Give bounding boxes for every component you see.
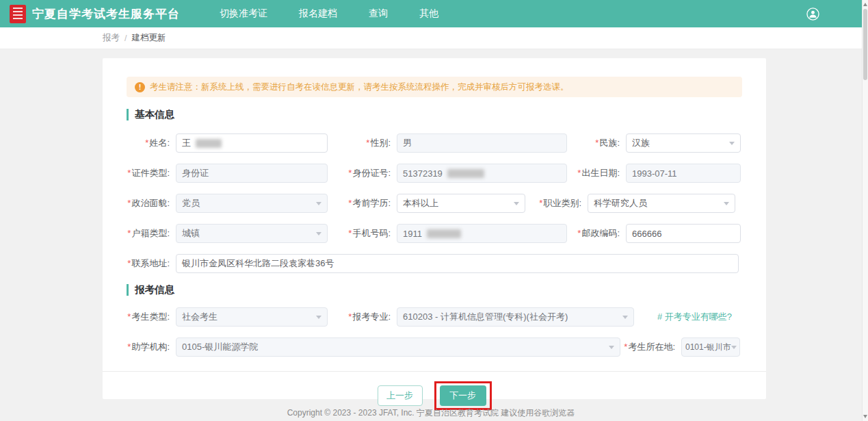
chevron-down-icon	[622, 316, 628, 319]
form-row-4: *户籍类型: 城镇 *手机号码: 1911 *邮政编码: 666666	[127, 224, 742, 243]
scrollbar-thumb[interactable]	[863, 9, 867, 80]
location-label: *考生所在地:	[620, 337, 675, 357]
breadcrumb-parent[interactable]: 报考	[103, 32, 120, 44]
candidate-type-select: 社会考生	[176, 307, 328, 327]
copyright-footer: Copyright © 2023 - 2023 JFAT, Inc. 宁夏自治区…	[0, 407, 862, 419]
vertical-scrollbar[interactable]	[862, 0, 868, 421]
scroll-up-arrow-icon[interactable]	[863, 3, 867, 6]
prev-step-button[interactable]: 上一步	[378, 385, 423, 406]
birth-date-label: *出生日期:	[567, 164, 620, 183]
mobile-label: *手机号码:	[328, 224, 391, 243]
chevron-down-icon	[729, 142, 735, 145]
gender-label: *性别:	[328, 133, 391, 153]
main-nav: 切换准考证 报名建档 查询 其他	[220, 8, 470, 20]
location-select: 0101-银川市	[681, 337, 740, 357]
nav-item-switch-ticket[interactable]: 切换准考证	[220, 8, 267, 20]
id-number-label: *身份证号:	[328, 164, 391, 183]
ethnicity-label: *民族:	[567, 133, 620, 153]
institution-label: *助学机构:	[127, 337, 170, 357]
breadcrumb-current: 建档更新	[131, 32, 166, 44]
chevron-down-icon	[514, 202, 519, 205]
institution-select: 0105-银川能源学院	[176, 337, 620, 357]
scroll-down-arrow-icon[interactable]	[863, 415, 867, 418]
chevron-down-icon	[316, 202, 321, 205]
id-type-label: *证件类型:	[127, 164, 170, 183]
user-avatar-icon[interactable]	[806, 8, 819, 21]
platform-title: 宁夏自学考试考生服务平台	[32, 6, 180, 22]
form-row-3: *政治面貌: 党员 *考前学历: 本科以上 *职业类别: 科学研究人员	[127, 194, 742, 213]
main-card: ! 考生请注意：新系统上线，需要进行自考在读信息更新，请考生按系统流程操作，完成…	[103, 58, 766, 399]
political-select: 党员	[176, 194, 328, 213]
next-button-highlight-annotation: 下一步	[434, 381, 492, 410]
chevron-down-icon	[724, 202, 729, 205]
pre-education-select[interactable]: 本科以上	[397, 194, 525, 213]
notice-banner: ! 考生请注意：新系统上线，需要进行自考在读信息更新，请考生按系统流程操作，完成…	[127, 77, 742, 97]
birth-date-input: 1993-07-11	[626, 164, 741, 183]
postal-code-label: *邮政编码:	[567, 224, 620, 243]
chevron-down-icon	[316, 316, 321, 319]
redaction-blur	[196, 139, 222, 148]
form-row-2: *证件类型: 身份证 *身份证号: 51372319 *出生日期: 1993-0…	[127, 164, 742, 183]
major-select: 610203 - 计算机信息管理(专科)(社会开考)	[397, 307, 634, 327]
address-label: *联系地址:	[127, 254, 170, 273]
section-title-basic: 基本信息	[127, 109, 742, 120]
address-input[interactable]: 银川市金凤区科华北路二段袁家巷36号	[176, 254, 739, 273]
warning-icon: !	[135, 82, 145, 92]
next-step-button[interactable]: 下一步	[440, 385, 486, 406]
footer-divider	[103, 371, 766, 372]
ethnicity-select[interactable]: 汉族	[626, 133, 741, 153]
name-input[interactable]: 王	[176, 133, 328, 153]
top-bar: 宁夏自学考试考生服务平台 切换准考证 报名建档 查询 其他	[0, 0, 862, 27]
breadcrumb-separator: /	[124, 34, 127, 43]
form-row-1: *姓名: 王 *性别: 男 *民族: 汉族	[127, 133, 742, 153]
pre-education-label: *考前学历:	[328, 194, 391, 213]
id-type-input: 身份证	[176, 164, 328, 183]
section-title-apply: 报考信息	[127, 284, 742, 296]
household-label: *户籍类型:	[127, 224, 170, 243]
chevron-down-icon	[731, 346, 737, 349]
form-row-5: *联系地址: 银川市金凤区科华北路二段袁家巷36号	[127, 254, 742, 273]
chevron-down-icon	[316, 232, 321, 235]
occupation-select[interactable]: 科学研究人员	[588, 194, 735, 213]
breadcrumb: 报考 / 建档更新	[0, 27, 862, 49]
political-label: *政治面貌:	[127, 194, 170, 213]
chevron-down-icon	[609, 346, 614, 349]
mobile-input: 1911	[397, 224, 567, 243]
postal-code-input[interactable]: 666666	[626, 224, 741, 243]
redaction-blur	[427, 229, 461, 238]
redaction-blur	[447, 169, 484, 178]
notice-text: 考生请注意：新系统上线，需要进行自考在读信息更新，请考生按系统流程操作，完成并审…	[150, 81, 569, 93]
nav-item-registration[interactable]: 报名建档	[299, 8, 337, 20]
button-row: 上一步 下一步	[127, 381, 742, 410]
name-label: *姓名:	[127, 133, 170, 153]
candidate-type-label: *考生类型:	[127, 307, 170, 327]
occupation-label: *职业类别:	[525, 194, 581, 213]
nav-item-other[interactable]: 其他	[419, 8, 438, 20]
form-row-6: *考生类型: 社会考生 *报考专业: 610203 - 计算机信息管理(专科)(…	[127, 307, 742, 327]
nav-item-query[interactable]: 查询	[369, 8, 388, 20]
major-label: *报考专业:	[328, 307, 391, 327]
gender-input: 男	[397, 133, 567, 153]
id-number-input: 51372319	[397, 164, 567, 183]
open-majors-link[interactable]: # 开考专业有哪些?	[657, 311, 732, 323]
platform-logo-seal-icon	[10, 5, 26, 23]
household-select: 城镇	[176, 224, 328, 243]
form-row-7: *助学机构: 0105-银川能源学院 *考生所在地: 0101-银川市	[127, 337, 742, 357]
